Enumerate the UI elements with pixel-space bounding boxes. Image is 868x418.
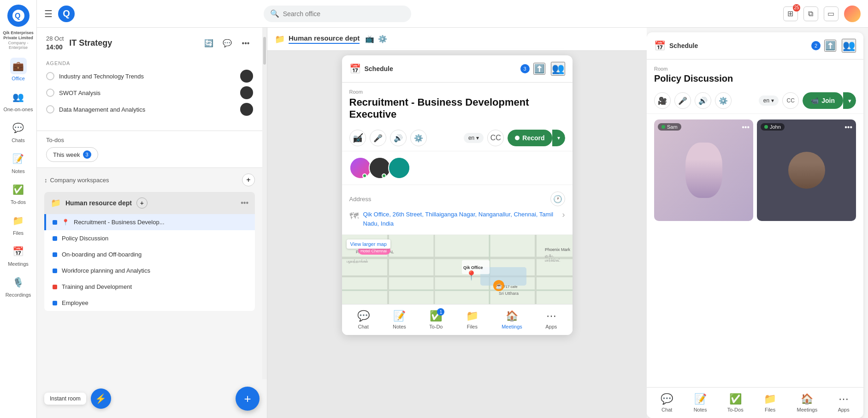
address-nav-arrow[interactable]: › xyxy=(562,210,565,228)
nav-files[interactable]: 📁 Files xyxy=(466,310,478,329)
sidebar-item-office[interactable]: 💼 Office xyxy=(0,54,36,85)
nav-notes[interactable]: 📝 Notes xyxy=(393,310,406,329)
attendees-btn[interactable]: 👥 xyxy=(551,62,565,76)
sidebar-item-todos[interactable]: ✅ To-dos xyxy=(0,178,36,209)
fab-area: Instant room ⚡ + xyxy=(37,379,267,418)
search-bar[interactable]: 🔍 xyxy=(264,6,411,22)
sam-more-btn[interactable]: ••• xyxy=(742,123,750,131)
this-week-btn[interactable]: This week 3 xyxy=(46,147,98,162)
workspaces-section: ↕ Company workspaces + 📁 Human resource … xyxy=(37,168,262,316)
svg-text:பழவந்தாங்கல்: பழவந்தாங்கல் xyxy=(347,259,368,264)
join-dropdown-btn[interactable]: ▾ xyxy=(843,92,856,109)
right-subtitle-btn[interactable]: CC xyxy=(782,92,799,109)
nav-apps[interactable]: ⋯ Apps xyxy=(545,310,557,329)
agenda-check-1[interactable] xyxy=(46,72,54,80)
subtitle-btn[interactable]: CC xyxy=(487,130,504,146)
svg-text:Q: Q xyxy=(15,12,20,20)
room-item-0[interactable]: 📍 Recruitment - Business Develop... xyxy=(44,214,255,230)
settings-btn[interactable]: ⚙️ xyxy=(378,35,387,43)
room-item-4[interactable]: Training and Development xyxy=(44,279,255,295)
single-icon: ▭ xyxy=(827,9,834,18)
notes-nav-icon: 📝 xyxy=(393,310,406,322)
meeting-card: 28 Oct 14:00 IT Strategy 🔄 💬 ••• xyxy=(37,28,262,131)
workspace-more-btn[interactable]: ••• xyxy=(241,199,248,207)
video-off-btn[interactable]: 📷 xyxy=(349,130,366,146)
room-item-3[interactable]: Workforce planning and Analytics xyxy=(44,263,255,279)
refresh-btn[interactable]: 🔄 xyxy=(201,36,216,51)
workspace-group-header[interactable]: 📁 Human resource dept + ••• xyxy=(44,192,255,214)
right-settings-btn[interactable]: ⚙️ xyxy=(715,92,732,109)
right-nav-meetings[interactable]: 🏠 Meetings xyxy=(797,393,818,412)
single-view-btn[interactable]: ▭ xyxy=(824,6,838,21)
center-room-title: Room Recruitment - Business Development … xyxy=(342,83,573,125)
right-nav-todos[interactable]: ✅ To-Dos xyxy=(727,393,744,412)
hamburger-menu[interactable]: ☰ xyxy=(44,8,53,19)
workspace-group: 📁 Human resource dept + ••• 📍 Recruitmen… xyxy=(44,192,255,311)
right-speaker-btn[interactable]: 🔊 xyxy=(695,92,711,109)
room-item-5[interactable]: Employee xyxy=(44,295,255,311)
center-card-scroll[interactable]: Room Recruitment - Business Development … xyxy=(342,83,573,335)
agenda-check-3[interactable] xyxy=(46,105,54,113)
add-workspace-btn[interactable]: + xyxy=(242,173,255,186)
chat-btn[interactable]: 💬 xyxy=(220,36,235,51)
chevron-down-icon: ▾ xyxy=(476,135,479,141)
search-input[interactable] xyxy=(283,10,405,18)
active-tab-label[interactable]: Human resource dept xyxy=(289,34,360,44)
room-item-1[interactable]: Policy Discussion xyxy=(44,230,255,246)
clock-btn[interactable]: 🕐 xyxy=(550,191,565,206)
lang-btn[interactable]: en ▾ xyxy=(464,133,484,143)
agenda-item-2: SWOT Analysis xyxy=(46,86,253,99)
company-logo[interactable]: Q xyxy=(7,5,30,27)
right-attendees-btn[interactable]: 👥 xyxy=(842,39,856,53)
tab-bar: 📁 Human resource dept 📺 ⚙️ xyxy=(267,28,647,51)
settings-ctrl-btn[interactable]: ⚙️ xyxy=(410,130,427,146)
workspace-add-btn[interactable]: + xyxy=(136,197,148,209)
right-card-badge: 2 xyxy=(811,41,821,50)
right-share-btn[interactable]: ⬆️ xyxy=(824,40,836,52)
grid-view-btn[interactable]: ⊞ 25 xyxy=(783,6,798,21)
agenda-avatar-1 xyxy=(240,70,253,83)
room-color-5 xyxy=(53,301,57,305)
right-nav-files[interactable]: 📁 Files xyxy=(764,393,776,412)
room-color-3 xyxy=(53,269,57,273)
record-btn[interactable]: Record xyxy=(508,130,552,146)
record-dropdown-btn[interactable]: ▾ xyxy=(552,130,565,146)
join-btn[interactable]: 📹 Join xyxy=(803,92,843,109)
scrollbar[interactable] xyxy=(262,28,267,379)
sidebar-item-one-on-ones[interactable]: 👥 One-on-ones xyxy=(0,85,36,116)
todos-label: To-dos xyxy=(46,137,253,143)
split-icon: ⧉ xyxy=(808,10,813,18)
speaker-btn[interactable]: 🔊 xyxy=(390,130,407,146)
john-more-btn[interactable]: ••• xyxy=(844,123,852,131)
right-nav-notes[interactable]: 📝 Notes xyxy=(694,393,707,412)
nav-chat[interactable]: 💬 Chat xyxy=(357,310,370,329)
sidebar-item-recordings[interactable]: 🎙️ Recordings xyxy=(0,270,36,301)
split-view-btn[interactable]: ⧉ xyxy=(803,6,818,21)
sidebar-item-files[interactable]: 📁 Files xyxy=(0,209,36,239)
right-mic-btn[interactable]: 🎤 xyxy=(674,92,691,109)
center-card-header: 📅 Schedule 3 ⬆️ 👥 xyxy=(342,55,573,83)
topbar-logo[interactable]: Q xyxy=(58,6,75,22)
sidebar-item-notes[interactable]: 📝 Notes xyxy=(0,147,36,178)
lightning-btn[interactable]: ⚡ xyxy=(91,388,111,409)
right-nav-chat[interactable]: 💬 Chat xyxy=(661,393,673,412)
sidebar-item-chats[interactable]: 💬 Chats xyxy=(0,116,36,147)
screen-share-btn[interactable]: 📺 xyxy=(365,35,374,43)
agenda-check-2[interactable] xyxy=(46,89,54,97)
fab-plus-btn[interactable]: + xyxy=(236,387,260,411)
workspaces-header: ↕ Company workspaces + xyxy=(44,173,255,186)
view-larger-map-btn[interactable]: View larger map xyxy=(347,239,390,249)
share-btn[interactable]: ⬆️ xyxy=(533,63,545,75)
user-avatar[interactable] xyxy=(844,6,861,22)
more-btn[interactable]: ••• xyxy=(238,36,253,51)
sidebar-item-meetings[interactable]: 📅 Meetings xyxy=(0,239,36,270)
nav-meetings[interactable]: 🏠 Meetings xyxy=(502,310,522,329)
nav-todos[interactable]: ✅ 1 To-Do xyxy=(429,310,443,329)
mic-btn[interactable]: 🎤 xyxy=(370,130,386,146)
room-item-2[interactable]: On-boarding and Off-boarding xyxy=(44,246,255,263)
john-label: John xyxy=(761,123,785,131)
right-nav-apps[interactable]: ⋯ Apps xyxy=(838,393,850,412)
right-video-btn[interactable]: 🎥 xyxy=(654,92,671,109)
right-lang-btn[interactable]: en ▾ xyxy=(759,96,779,106)
files-nav-icon: 📁 xyxy=(466,310,478,322)
